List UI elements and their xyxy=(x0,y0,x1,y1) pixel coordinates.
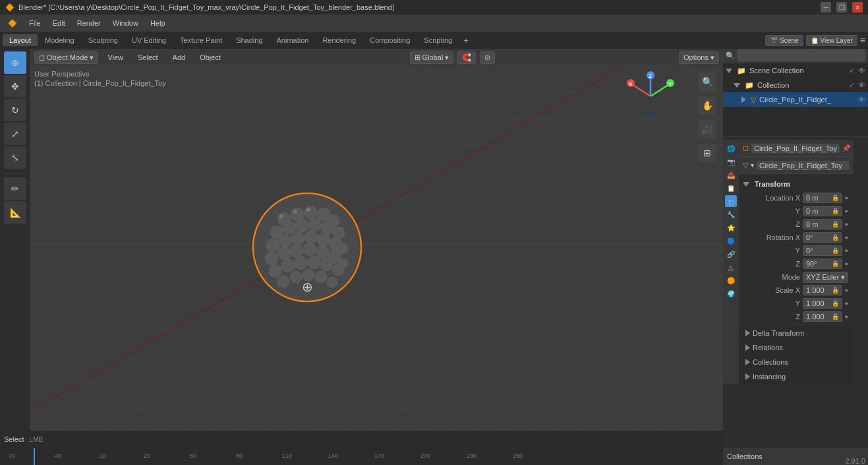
scale-y-lock[interactable]: 🔒 xyxy=(832,300,839,307)
move-tool-button[interactable]: ✥ xyxy=(4,75,26,98)
zoom-region-button[interactable]: 🔍 xyxy=(698,73,716,91)
tab-compositing[interactable]: Compositing xyxy=(363,34,417,46)
scale-x-field[interactable]: 1.000 🔒 xyxy=(803,285,842,295)
scale-x-keyframe[interactable]: ● xyxy=(845,287,848,294)
scene-collection-eye-icon[interactable]: 👁 xyxy=(858,67,865,75)
delta-transform-row[interactable]: Delta Transform xyxy=(739,326,854,340)
menu-blender[interactable]: 🔶 xyxy=(3,18,22,29)
measure-tool-button[interactable]: 📐 xyxy=(4,201,26,224)
proportional-editing[interactable]: ⊙ xyxy=(480,51,495,64)
props-icon-object[interactable]: ◻ xyxy=(725,195,737,207)
menu-help[interactable]: Help xyxy=(145,18,171,28)
outliner-scene-collection[interactable]: 📁 Scene Collection ✓ 👁 xyxy=(723,63,868,78)
props-icon-world[interactable]: 🌍 xyxy=(725,288,737,299)
viewport-view-menu[interactable]: View xyxy=(102,52,129,63)
rotation-x-keyframe[interactable]: ● xyxy=(845,234,848,241)
tab-animation[interactable]: Animation xyxy=(270,34,316,46)
ortho-view-button[interactable]: ⊞ xyxy=(698,144,716,162)
tab-scripting[interactable]: Scripting xyxy=(417,34,459,46)
collection-eye-icon[interactable]: 👁 xyxy=(858,81,865,89)
add-workspace-button[interactable]: + xyxy=(459,34,473,47)
instancing-row[interactable]: Instancing xyxy=(739,369,854,384)
outliner-object-row[interactable]: ▽ Circle_Pop_It_Fidget_ 👁 xyxy=(723,92,868,107)
rotation-y-lock[interactable]: 🔒 xyxy=(832,247,839,254)
cursor-tool-button[interactable]: ⊕ xyxy=(4,51,26,74)
menu-render[interactable]: Render xyxy=(72,18,106,28)
scale-z-lock[interactable]: 🔒 xyxy=(832,313,839,320)
tab-sculpting[interactable]: Sculpting xyxy=(82,34,125,46)
props-icon-physics[interactable]: 🔵 xyxy=(725,235,737,247)
rotation-z-field[interactable]: 90° 🔒 xyxy=(803,259,842,269)
location-x-lock[interactable]: 🔒 xyxy=(832,195,839,201)
timeline-ruler[interactable]: -70 -40 -10 20 50 80 110 140 170 200 230… xyxy=(0,447,723,465)
filter-icon[interactable]: ≡ xyxy=(860,35,865,46)
location-z-keyframe[interactable]: ● xyxy=(845,221,848,228)
viewport-object-menu[interactable]: Object xyxy=(194,52,226,63)
fidget-toy-object[interactable]: ⊕ xyxy=(248,189,366,308)
viewport-add-menu[interactable]: Add xyxy=(167,52,191,63)
props-icon-viewlayer[interactable]: 📋 xyxy=(725,182,737,194)
location-y-lock[interactable]: 🔒 xyxy=(832,208,839,214)
transform-section-header[interactable]: Transform xyxy=(743,177,850,191)
tab-uv-editing[interactable]: UV Editing xyxy=(125,34,173,46)
snap-toggle[interactable]: 🧲 xyxy=(457,51,476,64)
tab-shading[interactable]: Shading xyxy=(229,34,269,46)
props-icon-data[interactable]: △ xyxy=(725,261,737,273)
tab-rendering[interactable]: Rendering xyxy=(316,34,362,46)
transform-orientation-selector[interactable]: ⊞ Global ▾ xyxy=(410,51,454,64)
restore-button[interactable]: ❐ xyxy=(836,2,847,13)
props-icon-output[interactable]: 📤 xyxy=(725,169,737,181)
location-x-field[interactable]: 0 m 🔒 xyxy=(803,193,842,203)
scale-z-field[interactable]: 1.000 🔒 xyxy=(803,311,842,322)
props-icon-material[interactable]: 🟠 xyxy=(725,274,737,286)
collection-check-icon[interactable]: ✓ xyxy=(849,81,855,90)
rotation-mode-dropdown[interactable]: XYZ Euler ▾ xyxy=(803,272,848,283)
menu-window[interactable]: Window xyxy=(107,18,144,28)
viewport[interactable]: User Perspective (1) Collection | Circle… xyxy=(30,66,723,431)
object-restrict-icon[interactable]: 👁 xyxy=(858,96,865,104)
props-icon-particles[interactable]: ⭐ xyxy=(725,222,737,233)
location-x-keyframe[interactable]: ● xyxy=(845,195,848,201)
scene-selector[interactable]: 🎬 Scene xyxy=(765,35,803,46)
menu-edit[interactable]: Edit xyxy=(47,18,71,28)
outliner-collection[interactable]: 📁 Collection ✓ 👁 xyxy=(723,78,868,92)
location-z-field[interactable]: 0 m 🔒 xyxy=(803,219,842,230)
props-icon-modifier[interactable]: 🔧 xyxy=(725,208,737,220)
collections-row-props[interactable]: Collections xyxy=(739,355,854,369)
rotation-z-keyframe[interactable]: ● xyxy=(845,261,848,267)
object-name-label[interactable]: Circle_Pop_It_Fidget_Toy xyxy=(751,144,840,153)
view-layer-selector[interactable]: 📋 View Layer xyxy=(806,35,857,46)
relations-row[interactable]: Relations xyxy=(739,340,854,355)
mode-selector[interactable]: ◻ Object Mode ▾ xyxy=(34,51,98,64)
camera-view-button[interactable]: 🎥 xyxy=(698,120,716,139)
rotate-tool-button[interactable]: ↻ xyxy=(4,99,26,121)
pin-icon[interactable]: 📌 xyxy=(842,144,850,152)
pan-button[interactable]: ✋ xyxy=(698,96,716,115)
props-icon-scene[interactable]: 🌐 xyxy=(725,142,737,154)
menu-file[interactable]: File xyxy=(24,18,46,28)
scale-x-lock[interactable]: 🔒 xyxy=(832,287,839,294)
rotation-z-lock[interactable]: 🔒 xyxy=(832,261,839,267)
tab-modeling[interactable]: Modeling xyxy=(38,34,81,46)
transform-tool-button[interactable]: ⤡ xyxy=(4,146,26,169)
scale-y-keyframe[interactable]: ● xyxy=(845,300,848,307)
options-button[interactable]: Options ▾ xyxy=(679,51,719,64)
tab-texture-paint[interactable]: Texture Paint xyxy=(173,34,229,46)
outliner-search-input[interactable] xyxy=(738,49,865,61)
rotation-x-field[interactable]: 0° 🔒 xyxy=(803,232,842,243)
gizmo-widget[interactable]: Z Y X xyxy=(624,70,677,123)
annotate-tool-button[interactable]: ✏ xyxy=(4,177,26,200)
props-icon-render[interactable]: 📷 xyxy=(725,156,737,168)
scale-y-field[interactable]: 1.000 🔒 xyxy=(803,298,842,309)
props-icon-constraints[interactable]: 🔗 xyxy=(725,248,737,260)
close-button[interactable]: ✕ xyxy=(852,2,863,13)
scene-collection-check-icon[interactable]: ✓ xyxy=(849,67,855,75)
tab-layout[interactable]: Layout xyxy=(3,34,38,46)
scale-z-keyframe[interactable]: ● xyxy=(845,313,848,320)
mesh-name-label[interactable]: Circle_Pop_It_Fidget_Toy xyxy=(757,161,850,170)
scale-tool-button[interactable]: ⤢ xyxy=(4,123,26,145)
location-y-field[interactable]: 0 m 🔒 xyxy=(803,206,842,216)
minimize-button[interactable]: ─ xyxy=(821,2,831,13)
rotation-y-field[interactable]: 0° 🔒 xyxy=(803,245,842,256)
location-y-keyframe[interactable]: ● xyxy=(845,208,848,214)
